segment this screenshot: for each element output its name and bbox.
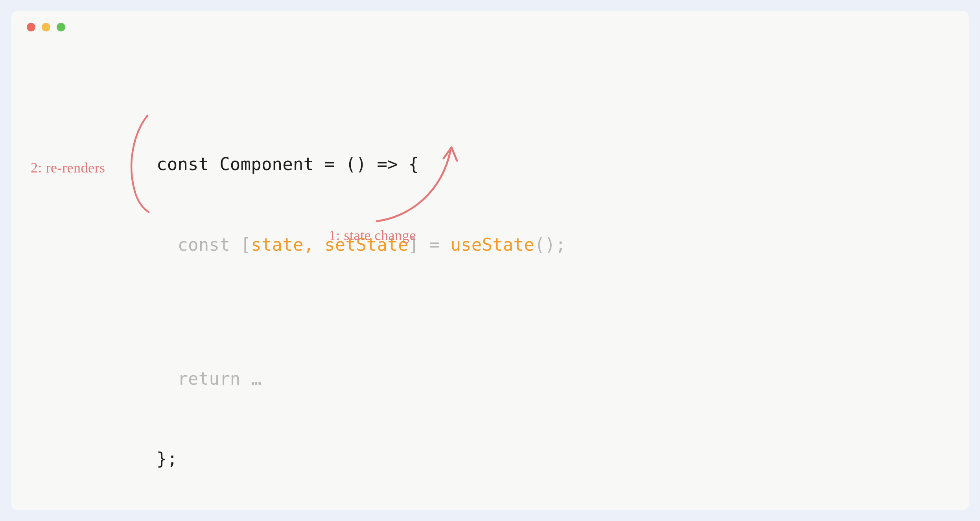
call-parens: ();: [534, 235, 566, 255]
code-window: const Component = () => { const [state, …: [11, 11, 969, 510]
identifier-component: Component: [219, 154, 314, 174]
bracket-arc-icon: [126, 112, 157, 215]
minimize-icon[interactable]: [42, 23, 50, 31]
code-line-1: const Component = () => {: [157, 151, 566, 178]
close-icon[interactable]: [27, 23, 35, 31]
code-line-4: return …: [157, 365, 566, 392]
code-block: const Component = () => { const [state, …: [157, 97, 566, 510]
comma: ,: [304, 235, 324, 255]
const-destructure-open: const [: [177, 235, 251, 255]
annotation-state-change: 1: state change: [329, 227, 416, 244]
identifier-usestate: useState: [450, 235, 534, 255]
traffic-lights: [27, 23, 65, 31]
indent: [157, 235, 177, 255]
annotation-rerenders: 2: re-renders: [31, 160, 105, 176]
zoom-icon[interactable]: [57, 23, 65, 31]
return-statement: return …: [177, 369, 262, 389]
identifier-state: state: [251, 235, 303, 255]
arrow-up-icon: [365, 139, 467, 229]
code-line-5: };: [157, 446, 566, 472]
indent: [157, 369, 177, 389]
keyword-const: const: [157, 154, 219, 174]
